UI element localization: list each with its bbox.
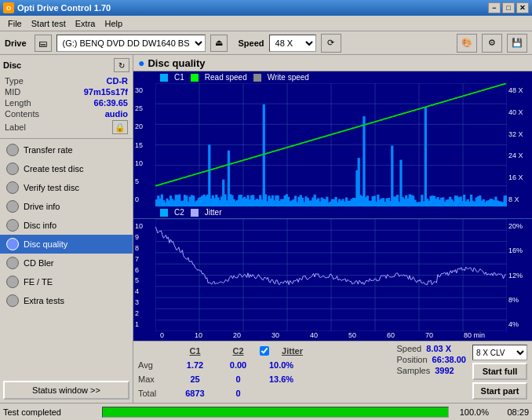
drive-icon: 🖴 [35,35,52,52]
y1-25: 25 [135,104,154,112]
color-icon[interactable]: 🎨 [457,34,477,53]
c2-legend-label: C2 [174,208,184,217]
yr1-48: 48 X [508,86,530,94]
x-50: 50 [348,331,356,339]
nav-label-transfer: Transfer rate [24,145,73,155]
yr2-4: 4% [508,320,530,328]
nav-disc-info[interactable]: Disc info [0,216,133,235]
total-c1: 6873 [173,389,217,398]
avg-jitter: 10.0% [260,360,303,370]
chart1-area [155,83,507,206]
disc-title: Disc [3,60,21,70]
speed-value: 8.03 X [426,344,451,353]
disc-refresh-button[interactable]: ↻ [114,58,129,72]
nav-drive-info[interactable]: Drive info [0,197,133,216]
writespeed-legend-box [253,74,261,82]
y2-5: 5 [135,276,154,284]
yr1-40: 40 X [508,108,530,116]
nav-extra-tests[interactable]: Extra tests [0,291,133,310]
avg-c2: 0.00 [217,360,260,370]
nav-fe-te[interactable]: FE / TE [0,272,133,291]
chart1-legend: C1 Read speed Write speed [133,71,532,83]
titlebar-left: O Opti Drive Control 1.70 [3,2,111,13]
x-30: 30 [271,331,279,339]
start-full-button[interactable]: Start full [472,363,527,380]
nav-verify-test[interactable]: Verify test disc [0,178,133,197]
save-icon[interactable]: 💾 [507,34,527,53]
type-value: CD-R [107,76,129,86]
action-area: 8 X CLV Start full Start part [466,344,527,400]
close-button[interactable]: ✕ [516,2,529,13]
y2-6: 6 [135,266,154,274]
nav-create-test[interactable]: Create test disc [0,159,133,178]
titlebar-controls: − □ ✕ [488,2,529,13]
nav-icon-bler [6,257,19,269]
label-label: Label [5,122,26,132]
nav-transfer-rate[interactable]: Transfer rate [0,141,133,159]
menu-extra[interactable]: Extra [71,17,100,30]
contents-value: audio [105,109,128,119]
x-80min: 80 min [464,331,485,339]
clv-select[interactable]: 8 X CLV [472,345,527,360]
position-info: Position 66:38.00 [396,355,466,364]
window-title: Opti Drive Control 1.70 [17,3,111,13]
stats-col-jitter: Jitter [271,346,314,356]
titlebar: O Opti Drive Control 1.70 − □ ✕ [0,0,532,16]
stats-max-row: Max 25 0 13.6% [138,372,388,386]
start-part-button[interactable]: Start part [472,382,527,400]
readspeed-legend-box [191,74,199,82]
minimize-button[interactable]: − [488,2,501,13]
eject-icon[interactable]: ⏏ [210,35,228,52]
y2-4: 4 [135,287,154,295]
y2-3: 3 [135,298,154,306]
nav-icon-fete [6,276,19,288]
menu-file[interactable]: File [3,17,27,30]
y1-0: 0 [135,195,154,203]
speed-select[interactable]: 48 X [269,35,316,52]
sidebar-nav: Transfer rate Create test disc Verify te… [0,139,133,378]
nav-icon-drive [6,200,19,213]
position-label: Position [396,355,427,364]
y1-5: 5 [135,177,154,185]
chart2-legend: C2 Jitter [133,206,532,218]
main-panel: ● Disc quality C1 Read speed Write speed… [133,55,532,403]
x-60: 60 [387,331,395,339]
status-window-button[interactable]: Status window >> [3,381,129,400]
stats-col-c1: C1 [173,346,217,356]
contents-label: Contents [5,109,39,119]
menu-help[interactable]: Help [100,17,127,30]
nav-label-drive: Drive info [24,202,60,211]
yr1-16: 16 X [508,173,530,181]
nav-label-create: Create test disc [24,164,83,173]
nav-label-verify: Verify test disc [24,183,79,192]
y1-30: 30 [135,86,154,94]
yr1-32: 32 X [508,130,530,138]
nav-icon-transfer [6,144,19,156]
x-40: 40 [310,331,318,339]
length-label: Length [5,98,31,108]
label-button[interactable]: 🔒 [112,120,128,134]
refresh-button[interactable]: ⟳ [321,34,341,53]
panel-icon: ● [138,57,144,69]
maximize-button[interactable]: □ [502,2,515,13]
sidebar: Disc ↻ Type CD-R MID 97m15s17f Length 66… [0,55,133,403]
type-label: Type [5,76,24,86]
menu-start-test[interactable]: Start test [27,17,71,30]
jitter-checkbox[interactable] [260,346,269,356]
nav-cd-bler[interactable]: CD Bler [0,254,133,272]
panel-header: ● Disc quality [133,55,532,71]
settings-icon[interactable]: ⚙ [482,34,502,53]
samples-value: 3992 [435,366,454,375]
nav-label-bler: CD Bler [24,258,54,268]
nav-icon-disc [6,219,19,232]
speed-label: Speed [239,38,264,48]
nav-icon-create [6,163,19,175]
samples-label: Samples [396,366,430,375]
samples-info: Samples 3992 [396,366,466,375]
avg-c1: 1.72 [173,360,217,370]
drive-select[interactable]: (G:) BENQ DVD DD DW1640 BSRB [56,35,206,52]
y2-9: 9 [135,233,154,241]
readspeed-legend-label: Read speed [205,73,247,82]
nav-disc-quality[interactable]: Disc quality [0,235,133,254]
position-value: 66:38.00 [432,355,466,364]
